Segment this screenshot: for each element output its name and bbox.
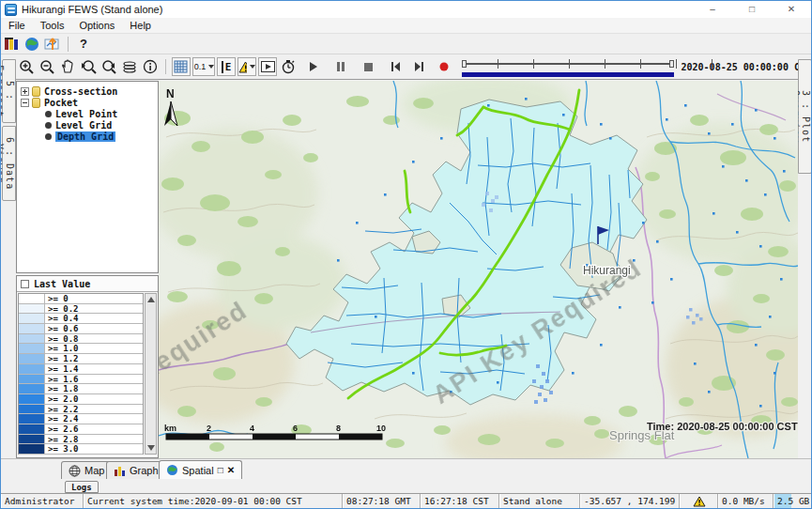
movie-icon[interactable] (258, 57, 277, 76)
status-network: 0.0 MB/s (718, 494, 774, 509)
folder-icon (32, 86, 40, 97)
folder-icon (32, 98, 40, 108)
right-tab-strip: 3 : Plot Overview (798, 54, 811, 461)
last-value-checkbox[interactable] (21, 280, 29, 288)
legend-row: >= 1.6 (19, 375, 143, 385)
menu-options[interactable]: Options (71, 18, 122, 34)
help-icon[interactable]: ? (74, 35, 93, 54)
thresholds-warning-icon[interactable] (237, 57, 256, 76)
minimize-button[interactable]: – (693, 1, 732, 18)
legend-row: >= 1.4 (19, 364, 143, 375)
zoom-previous-icon[interactable] (79, 57, 98, 76)
menu-help[interactable]: Help (122, 18, 159, 34)
menu-file[interactable]: File (1, 18, 33, 34)
legend-row: >= 0.2 (19, 304, 143, 315)
bar-chart-icon (114, 465, 126, 477)
tab-map[interactable]: Map (61, 461, 112, 479)
pause-icon[interactable] (331, 57, 350, 76)
zoom-next-icon[interactable] (100, 57, 118, 76)
status-warning[interactable] (680, 494, 718, 509)
legend-row: >= 2.2 (19, 405, 143, 415)
tree-item-level-point[interactable]: Level Point (17, 108, 158, 119)
record-icon[interactable] (435, 57, 453, 76)
play-icon[interactable] (304, 57, 323, 76)
profile-icon[interactable]: E (217, 57, 236, 76)
time-slider-handle-end[interactable] (669, 60, 674, 68)
window-title: Hikurangi FEWS (Stand alone) (22, 4, 162, 15)
zoom-out-icon[interactable] (38, 57, 56, 76)
contour-interval-value: 0.1 (194, 62, 207, 71)
map-display-icon[interactable] (23, 35, 41, 54)
tree-item-cross-section[interactable]: Cross-section (17, 85, 158, 97)
status-bar: Administrator Current system time:2020-0… (1, 493, 811, 509)
expand-icon[interactable] (21, 87, 29, 96)
tab-data-viewer[interactable]: 6 : Data Viewer (2, 126, 16, 201)
legend-table: >= 0 >= 0.2 >= 0.4 >= 0.6 >= 0.8 >= 1.0 … (18, 293, 144, 455)
town-label: Hikurangi (583, 264, 631, 277)
toolbar-separator (165, 59, 166, 74)
tab-spatial[interactable]: Spatial □ ✕ (159, 460, 242, 479)
timestep-icon[interactable] (279, 57, 298, 76)
database-explorer-icon[interactable] (2, 35, 21, 54)
status-user: Administrator (1, 494, 84, 509)
svg-text:N: N (166, 87, 175, 100)
logs-button[interactable]: Logs (65, 481, 99, 493)
step-back-icon[interactable] (386, 57, 405, 76)
time-slider-handle-start[interactable] (462, 60, 467, 68)
tab-plot-overview[interactable]: 3 : Plot Overview (798, 59, 812, 174)
status-coordinates: -35.657 , 174.199 (580, 494, 680, 509)
legend-row: >= 2.6 (19, 424, 143, 435)
close-button[interactable]: ✕ (772, 1, 811, 18)
tab-close-icon[interactable]: ✕ (227, 465, 235, 475)
tab-graph[interactable]: Graph (106, 461, 166, 479)
left-tab-strip: 5 : Forecast 6 : Data Viewer (1, 54, 16, 461)
svg-text:8: 8 (336, 424, 341, 433)
tree-item-depth-grid[interactable]: Depth Grid (17, 131, 158, 142)
title-bar: Hikurangi FEWS (Stand alone) – □ ✕ (1, 1, 811, 18)
legend-row: >= 2.4 (19, 414, 143, 424)
map-viewport[interactable]: API Key Required API Key Required Hikura… (159, 81, 798, 458)
svg-text:4: 4 (250, 424, 254, 433)
map-time-label: Time: 2020-08-25 00:00:00 CST (647, 421, 798, 432)
status-gmt-time: 08:27:18 GMT (343, 494, 421, 509)
map-canvas: API Key Required API Key Required Hikura… (159, 81, 798, 458)
legend-scrollbar[interactable] (145, 293, 157, 455)
info-icon[interactable] (141, 57, 160, 76)
tree-item-pocket[interactable]: Pocket (17, 97, 158, 108)
collapse-icon[interactable] (21, 99, 29, 107)
tab-forecast[interactable]: 5 : Forecast (2, 59, 16, 123)
main-toolbar: ? (1, 34, 811, 54)
toolbar-separator (68, 37, 69, 52)
warning-icon (693, 496, 706, 507)
node-bullet-icon (45, 111, 52, 117)
app-window: Hikurangi FEWS (Stand alone) – □ ✕ File … (0, 0, 812, 509)
contour-interval-dropdown[interactable]: 0.1 (192, 57, 215, 76)
menu-tools[interactable]: Tools (33, 18, 72, 34)
chevron-down-icon (208, 65, 214, 69)
map-toolbar: 0.1 E 2020-08-25 00:00:00 CST (16, 54, 811, 80)
legend-row: >= 1.0 (19, 344, 143, 354)
tab-restore-icon[interactable]: □ (218, 465, 223, 475)
legend-row: >= 3.0 (19, 444, 143, 455)
maximize-button[interactable]: □ (732, 1, 772, 18)
legend-row: >= 0.8 (19, 334, 143, 345)
scroll-down-icon[interactable] (147, 445, 155, 451)
legend-row: >= 2.0 (19, 394, 143, 405)
grid-icon[interactable] (172, 57, 191, 76)
pan-icon[interactable] (58, 57, 77, 76)
stop-icon[interactable] (359, 57, 377, 76)
legend-row: >= 0 (19, 294, 143, 304)
svg-text:10: 10 (376, 424, 386, 433)
legend-row: >= 0.4 (19, 314, 143, 324)
time-slider[interactable] (460, 56, 675, 77)
step-forward-icon[interactable] (409, 57, 428, 76)
bottom-tab-bar: Map Graph Spatial □ ✕ (1, 458, 811, 479)
time-series-display-icon[interactable] (43, 35, 62, 54)
status-system-time: Current system time:2020-09-01 00:00 CST (84, 494, 343, 509)
layers-icon[interactable] (120, 57, 139, 76)
scroll-up-icon[interactable] (147, 297, 155, 302)
zoom-in-icon[interactable] (17, 57, 36, 76)
globe-icon (166, 464, 178, 476)
tree-item-level-grid[interactable]: Level Grid (17, 119, 158, 131)
legend-row: >= 2.8 (19, 435, 143, 445)
